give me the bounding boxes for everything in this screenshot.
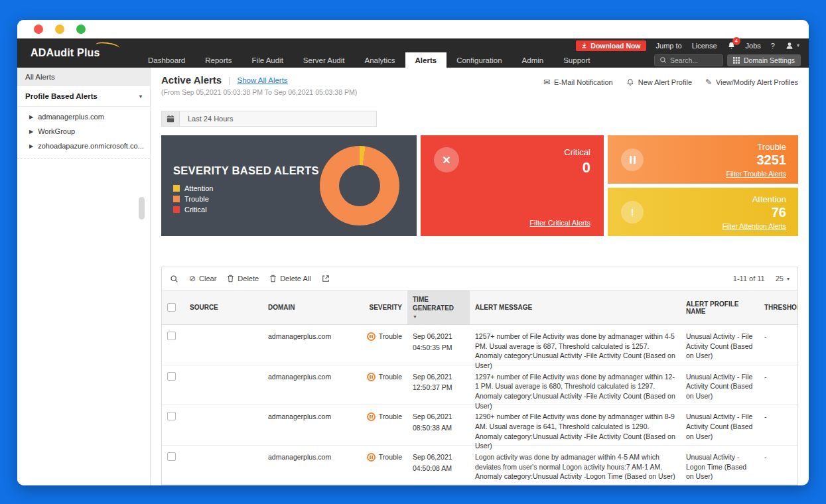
jump-to-menu[interactable]: Jump to <box>656 42 682 50</box>
trouble-card: Trouble 3251 Filter Trouble Alerts <box>608 135 798 184</box>
date-range-subtitle: (From Sep 05,2021 05:03:38 PM To Sep 06,… <box>161 88 357 96</box>
view-modify-alert-profiles-button[interactable]: ✎ View/Modify Alert Profiles <box>705 78 798 87</box>
critical-x-icon: ✕ <box>434 147 459 172</box>
col-source[interactable]: SOURCE <box>184 290 263 324</box>
col-domain[interactable]: DOMAIN <box>263 290 357 324</box>
sidebar-group-profile-based-alerts[interactable]: Profile Based Alerts ▾ <box>17 86 150 107</box>
maximize-window-button[interactable] <box>76 25 86 34</box>
clear-button[interactable]: ⊘ Clear <box>189 274 216 283</box>
table-toolbar: ⊘ Clear Delete Delete All <box>162 267 797 290</box>
filter-critical-alerts-link[interactable]: Filter Critical Alerts <box>529 219 590 227</box>
domain-settings-button[interactable]: Domain Settings <box>727 54 801 66</box>
show-all-alerts-link[interactable]: Show All Alerts <box>238 76 288 84</box>
table-row: admanagerplus.com Trouble Sep 06,202104:… <box>162 325 797 365</box>
time-filter[interactable]: Last 24 Hours <box>161 111 377 127</box>
new-alert-profile-button[interactable]: New Alert Profile <box>626 78 692 86</box>
email-notification-button[interactable]: ✉ E-Mail Notification <box>543 78 613 87</box>
cell-threshold: - <box>759 446 797 485</box>
table-row: admanagerplus.com Trouble Sep 06,202112:… <box>162 365 797 406</box>
clear-icon: ⊘ <box>189 274 196 283</box>
col-severity[interactable]: SEVERITY <box>357 290 407 324</box>
table-search-button[interactable] <box>170 275 178 283</box>
calendar-button[interactable] <box>162 111 180 126</box>
search-input[interactable] <box>670 56 717 64</box>
tab-admin[interactable]: Admin <box>512 52 554 68</box>
tab-reports[interactable]: Reports <box>195 52 241 68</box>
notifications-button[interactable]: 4 <box>727 41 736 50</box>
trouble-severity-icon <box>367 453 376 462</box>
tab-support[interactable]: Support <box>553 52 600 68</box>
license-menu[interactable]: License <box>692 42 717 50</box>
tab-server-audit[interactable]: Server Audit <box>293 52 355 68</box>
legend-attention: Attention <box>173 184 213 192</box>
attention-swatch-icon <box>173 185 180 192</box>
main-nav: Dashboard Reports File Audit Server Audi… <box>138 52 809 68</box>
table-row: admanagerplus.com Trouble Sep 06,202108:… <box>162 405 797 446</box>
row-checkbox[interactable] <box>167 372 176 381</box>
cell-domain: admanagerplus.com <box>263 446 357 485</box>
alerts-table: ⊘ Clear Delete Delete All <box>161 267 798 485</box>
col-alert-message[interactable]: ALERT MESSAGE <box>470 290 681 324</box>
pagination-range: 1-11 of 11 <box>733 275 765 283</box>
tree-item-label: WorkGroup <box>38 127 75 135</box>
critical-count: 0 <box>583 159 590 176</box>
title-divider: | <box>228 75 230 85</box>
search-icon <box>659 56 667 64</box>
severity-based-alerts-panel: SEVERITY BASED ALERTS Attention Trouble <box>161 135 417 236</box>
critical-card: ✕ Critical 0 Filter Critical Alerts <box>421 135 604 236</box>
chevron-down-icon: ▾ <box>787 276 790 282</box>
legend-trouble: Trouble <box>173 195 213 203</box>
sidebar-item-zohoadapazure[interactable]: ▶ zohoadapazure.onmicrosoft.co... <box>17 139 150 153</box>
tab-file-audit[interactable]: File Audit <box>242 52 293 68</box>
legend-critical: Critical <box>173 206 213 214</box>
download-now-button[interactable]: Download Now <box>576 40 646 51</box>
trouble-count: 3251 <box>757 153 787 168</box>
tab-alerts[interactable]: Alerts <box>405 52 447 68</box>
sidebar-scrollbar-thumb[interactable] <box>139 197 145 220</box>
attention-count: 76 <box>772 205 786 220</box>
domain-settings-label: Domain Settings <box>744 56 795 64</box>
sort-desc-icon[interactable]: ▼ <box>413 314 417 319</box>
global-search[interactable] <box>654 54 723 66</box>
delete-button[interactable]: Delete <box>227 275 259 283</box>
tab-configuration[interactable]: Configuration <box>447 52 512 68</box>
time-filter-value: Last 24 Hours <box>180 115 233 123</box>
help-button[interactable]: ? <box>771 42 775 50</box>
col-threshold[interactable]: THRESHOLD <box>759 290 797 324</box>
sidebar-item-admanagerplus[interactable]: ▶ admanagerplus.com <box>17 109 150 124</box>
envelope-icon: ✉ <box>543 78 550 87</box>
row-checkbox[interactable] <box>167 412 176 420</box>
filter-trouble-alerts-link[interactable]: Filter Trouble Alerts <box>726 170 786 178</box>
severity-legend: Attention Trouble Critical <box>173 184 213 214</box>
select-all-checkbox[interactable] <box>167 303 176 312</box>
app-window: ADAudit Plus Download Now Jump to Licens… <box>17 20 809 485</box>
export-icon <box>322 275 330 283</box>
attention-exclamation-icon: ! <box>621 201 644 223</box>
tab-analytics[interactable]: Analytics <box>355 52 405 68</box>
jobs-menu[interactable]: Jobs <box>746 42 761 50</box>
cell-time-generated: Sep 06,202104:50:08 AM <box>407 446 470 485</box>
close-window-button[interactable] <box>34 25 43 34</box>
filter-attention-alerts-link[interactable]: Filter Attention Alerts <box>723 222 786 230</box>
cell-alert-message: Logon activity was done by admanager wit… <box>470 446 681 485</box>
minimize-window-button[interactable] <box>55 25 64 34</box>
sidebar-item-workgroup[interactable]: ▶ WorkGroup <box>17 124 150 139</box>
tab-dashboard[interactable]: Dashboard <box>138 52 195 68</box>
sidebar-group-label: Profile Based Alerts <box>25 92 98 100</box>
export-button[interactable] <box>322 275 330 283</box>
user-menu[interactable]: ▾ <box>785 41 799 50</box>
utility-bar: Download Now Jump to License 4 Jobs ? ▾ <box>138 38 809 52</box>
attention-label: Attention <box>752 194 786 204</box>
col-time-generated[interactable]: TIME GENERATED ▼ <box>407 290 470 324</box>
page-size-select[interactable]: 25 ▾ <box>776 275 790 283</box>
trouble-pause-icon <box>621 149 644 171</box>
pencil-icon: ✎ <box>705 78 712 87</box>
bell-plus-icon <box>626 78 634 86</box>
trash-icon <box>227 275 234 283</box>
col-alert-profile-name[interactable]: ALERT PROFILE NAME <box>681 290 759 324</box>
delete-all-button[interactable]: Delete All <box>269 275 310 283</box>
cell-alert-profile-name: Unusual Activity - Logon Time (Based on … <box>681 446 759 485</box>
row-checkbox[interactable] <box>167 332 176 340</box>
cell-severity: Trouble <box>357 446 407 485</box>
row-checkbox[interactable] <box>167 452 176 461</box>
